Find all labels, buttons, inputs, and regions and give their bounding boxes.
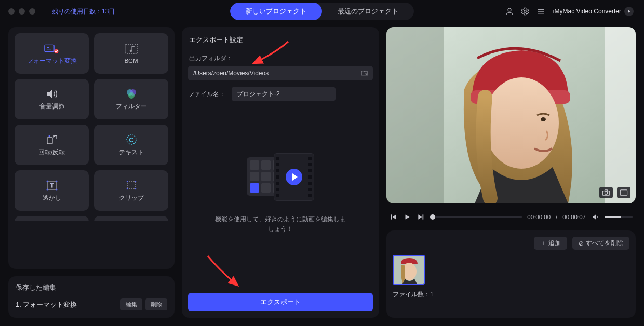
- volume-slider[interactable]: [605, 216, 633, 218]
- tool-more-2[interactable]: [94, 216, 168, 221]
- output-folder-input[interactable]: [188, 66, 373, 80]
- account-icon[interactable]: [504, 6, 515, 17]
- svg-point-19: [56, 180, 57, 182]
- tool-overflow-peek: [15, 216, 168, 221]
- tool-label: 音量調節: [39, 103, 64, 111]
- svg-point-27: [135, 188, 136, 189]
- tool-clip[interactable]: クリップ: [94, 170, 168, 211]
- time-current: 00:00:00: [527, 214, 551, 220]
- prev-frame-icon[interactable]: [390, 213, 398, 221]
- tab-recent-projects[interactable]: 最近のプロジェクト: [322, 3, 414, 20]
- filename-input[interactable]: [232, 87, 336, 101]
- svg-point-25: [135, 181, 136, 182]
- snapshot-icon[interactable]: [599, 187, 613, 198]
- next-frame-icon[interactable]: [417, 213, 425, 221]
- tool-format-convert[interactable]: フォーマット変換: [15, 33, 89, 74]
- svg-marker-42: [393, 214, 396, 219]
- filename-label: ファイル名：: [188, 90, 225, 99]
- tool-bgm[interactable]: BGM: [94, 33, 168, 74]
- add-clip-button[interactable]: ＋追加: [534, 237, 567, 250]
- rotate-icon: [44, 134, 60, 145]
- svg-rect-33: [605, 27, 636, 203]
- export-panel-title: エクスポート設定: [189, 35, 373, 45]
- play-circle-icon: [286, 169, 302, 185]
- folder-browse-icon[interactable]: [360, 69, 369, 77]
- play-icon[interactable]: [403, 213, 411, 221]
- clips-panel: ＋追加 ⊘すべてを削除 ファイル数：1: [386, 230, 636, 318]
- volume-icon: [44, 88, 60, 100]
- svg-point-12: [128, 92, 135, 99]
- time-total: 00:00:07: [562, 214, 586, 220]
- tool-label: テキスト: [119, 148, 144, 156]
- tool-label: フィルター: [116, 103, 147, 111]
- center-illustration: 機能を使用して、好きのように動画を編集しましょう！: [188, 101, 373, 286]
- svg-rect-45: [423, 214, 424, 219]
- clip-thumbnail[interactable]: [393, 255, 425, 285]
- saved-edits-panel: 保存した編集 1. フォーマット変換 編集 削除: [8, 276, 175, 318]
- svg-point-18: [46, 180, 48, 182]
- tool-label: フォーマット変換: [27, 57, 77, 65]
- tool-label: 透かし: [43, 194, 61, 202]
- brand-label: iMyMac Video Converter: [551, 6, 636, 17]
- svg-point-38: [605, 192, 607, 194]
- volume-icon[interactable]: [591, 213, 599, 221]
- svg-marker-44: [418, 214, 422, 219]
- filter-icon: [124, 88, 139, 100]
- tool-label: クリップ: [119, 194, 144, 202]
- saved-edit-button[interactable]: 編集: [120, 298, 142, 310]
- svg-rect-13: [47, 138, 52, 144]
- center-caption: 機能を使用して、好きのように動画を編集しましょう！: [213, 214, 348, 234]
- seek-bar[interactable]: [430, 216, 522, 218]
- svg-point-20: [46, 188, 48, 190]
- svg-point-14: [48, 135, 50, 137]
- gear-icon[interactable]: [520, 6, 530, 17]
- saved-delete-button[interactable]: 削除: [145, 298, 167, 310]
- bgm-icon: [124, 43, 139, 55]
- zoom-dot[interactable]: [29, 8, 35, 15]
- window-controls[interactable]: [8, 8, 35, 15]
- svg-marker-5: [628, 10, 630, 13]
- menu-icon[interactable]: [535, 6, 546, 17]
- tool-more-1[interactable]: [15, 216, 89, 221]
- svg-point-1: [524, 10, 527, 13]
- clip-icon: [124, 180, 139, 191]
- export-settings-panel: エクスポート設定 出力フォルダ： ファイル名：: [182, 27, 379, 318]
- export-button[interactable]: エクスポート: [188, 293, 373, 311]
- player-controls: 00:00:00 / 00:00:07: [386, 211, 636, 223]
- svg-point-26: [126, 188, 128, 189]
- film-icon: [274, 153, 314, 201]
- svg-rect-41: [391, 214, 392, 219]
- format-icon: [44, 43, 60, 54]
- svg-point-7: [54, 49, 58, 53]
- output-folder-label: 出力フォルダ：: [189, 54, 373, 63]
- tool-watermark[interactable]: T 透かし: [15, 170, 89, 211]
- tool-rotate[interactable]: 回転/反転: [15, 125, 89, 165]
- delete-all-button[interactable]: ⊘すべてを削除: [572, 237, 629, 250]
- text-icon: C: [124, 134, 139, 145]
- video-preview: [386, 27, 636, 203]
- svg-rect-23: [127, 182, 136, 189]
- brand-logo-icon: [624, 7, 634, 16]
- tool-filter[interactable]: フィルター: [94, 79, 168, 119]
- close-dot[interactable]: [8, 8, 15, 15]
- svg-rect-32: [386, 27, 444, 203]
- svg-marker-43: [406, 215, 410, 220]
- tool-label: BGM: [124, 58, 138, 64]
- tools-panel: フォーマット変換 BGM 音量調節: [8, 27, 175, 269]
- svg-point-35: [484, 77, 559, 169]
- tool-volume[interactable]: 音量調節: [15, 79, 89, 119]
- minimize-dot[interactable]: [19, 8, 25, 15]
- svg-point-28: [366, 73, 367, 75]
- saved-item-label: フォーマット変換: [23, 300, 77, 309]
- svg-rect-39: [605, 190, 607, 192]
- tab-new-project[interactable]: 新しいプロジェクト: [230, 3, 322, 20]
- fullscreen-icon[interactable]: [617, 187, 630, 198]
- svg-text:C: C: [129, 136, 134, 144]
- saved-item-index: 1.: [16, 301, 21, 308]
- svg-text:T: T: [50, 182, 53, 188]
- svg-rect-6: [44, 45, 53, 51]
- tool-text[interactable]: C テキスト: [94, 125, 168, 165]
- watermark-icon: T: [44, 180, 60, 191]
- preview-image: [386, 27, 636, 203]
- svg-rect-40: [620, 190, 627, 196]
